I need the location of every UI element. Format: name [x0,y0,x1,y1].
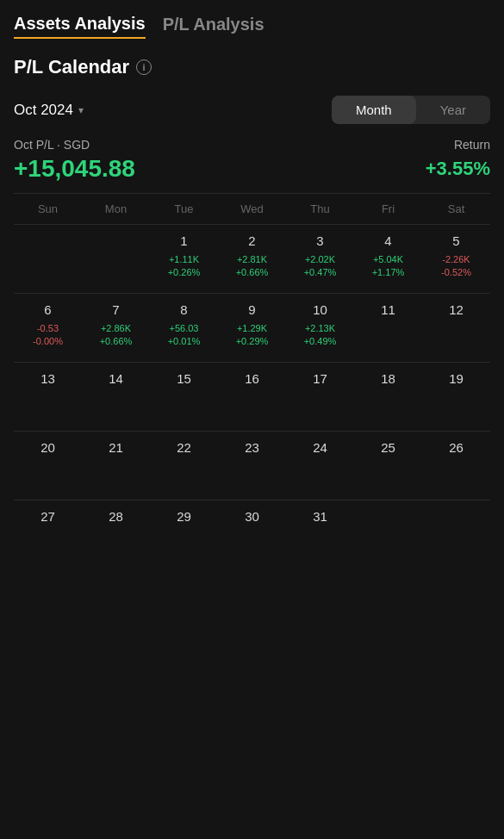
cal-cell-31: 31 [286,500,354,569]
cal-day-num: 15 [177,371,191,386]
cal-cell-30: 30 [218,500,286,569]
cal-day-num: 18 [381,371,395,386]
cal-cell-23: 23 [218,432,286,500]
info-icon[interactable]: i [136,59,152,75]
cal-day-num: 27 [40,509,55,524]
cal-cell-11: 11 [354,294,422,363]
cal-day-num: 23 [245,440,259,455]
cal-cell-28: 28 [82,500,150,569]
chevron-down-icon: ▾ [78,104,84,116]
day-header-thu: Thu [286,194,354,224]
cal-pl-value: +5.04K+1.17% [372,253,405,280]
cal-day-num: 12 [449,302,464,317]
cal-cell-3: 3+2.02K+0.47% [286,225,354,294]
pl-values-row: +15,045.88 +3.55% [14,155,490,183]
cal-pl-value: +1.29K+0.29% [236,322,269,349]
cal-day-num: 19 [449,371,464,386]
date-selector[interactable]: Oct 2024 ▾ [14,102,84,119]
cal-day-num: 30 [245,509,259,524]
view-toggle-group: Month Year [332,96,490,124]
cal-pl-value: +2.81K+0.66% [236,253,269,280]
cal-cell-15: 15 [150,363,218,432]
date-label: Oct 2024 [14,102,73,119]
tab-pl-analysis[interactable]: P/L Analysis [163,15,264,38]
cal-day-num: 17 [313,371,327,386]
cal-day-num: 13 [40,371,55,386]
cal-day-num: 4 [384,233,391,248]
page-title: P/L Calendar [14,56,129,78]
cal-cell-4: 4+5.04K+1.17% [354,225,422,294]
cal-cell-16: 16 [218,363,286,432]
cal-day-num: 7 [112,302,119,317]
day-header-sat: Sat [422,194,490,224]
cal-cell-20: 20 [14,432,82,500]
day-header-mon: Mon [82,194,150,224]
cal-cell-empty [422,500,490,569]
cal-day-num: 2 [248,233,255,248]
cal-day-num: 22 [177,440,191,455]
cal-pl-value: -0.53-0.00% [33,322,63,349]
day-header-sun: Sun [14,194,82,224]
calendar: SunMonTueWedThuFriSat 1+1.11K+0.26%2+2.8… [14,193,490,569]
tab-assets-analysis[interactable]: Assets Analysis [14,14,146,39]
cal-pl-value: +2.86K+0.66% [100,322,133,349]
day-header-wed: Wed [218,194,286,224]
cal-day-num: 11 [381,302,395,317]
cal-cell-1: 1+1.11K+0.26% [150,225,218,294]
pl-return-value: +3.55% [426,158,490,180]
cal-cell-empty [354,500,422,569]
day-header-tue: Tue [150,194,218,224]
cal-cell-19: 19 [422,363,490,432]
cal-cell-2: 2+2.81K+0.66% [218,225,286,294]
cal-day-num: 21 [109,440,123,455]
cal-day-num: 20 [40,440,55,455]
cal-pl-value: +2.13K+0.49% [304,322,337,349]
cal-cell-5: 5-2.26K-0.52% [422,225,490,294]
cal-pl-value: -2.26K-0.52% [441,253,471,280]
toggle-year-button[interactable]: Year [416,96,490,124]
cal-day-num: 5 [452,233,459,248]
cal-day-num: 16 [245,371,259,386]
cal-day-num: 14 [109,371,123,386]
cal-cell-9: 9+1.29K+0.29% [218,294,286,363]
cal-day-num: 8 [180,302,187,317]
toggle-month-button[interactable]: Month [332,96,416,124]
cal-cell-21: 21 [82,432,150,500]
cal-cell-18: 18 [354,363,422,432]
cal-pl-value: +56.03+0.01% [168,322,201,349]
cal-pl-value: +1.11K+0.26% [168,253,201,280]
header-nav: Assets Analysis P/L Analysis [0,0,504,46]
controls-row: Oct 2024 ▾ Month Year [14,96,490,124]
cal-cell-14: 14 [82,363,150,432]
cal-day-num: 25 [381,440,395,455]
pl-summary: Oct P/L · SGD Return +15,045.88 +3.55% [14,138,490,183]
cal-cell-22: 22 [150,432,218,500]
cal-cell-8: 8+56.03+0.01% [150,294,218,363]
cal-day-num: 29 [177,509,191,524]
cal-cell-empty [82,225,150,294]
cal-day-num: 1 [180,233,187,248]
title-row: P/L Calendar i [14,56,490,78]
cal-cell-6: 6-0.53-0.00% [14,294,82,363]
cal-cell-27: 27 [14,500,82,569]
cal-cell-26: 26 [422,432,490,500]
cal-day-num: 26 [449,440,464,455]
cal-cell-10: 10+2.13K+0.49% [286,294,354,363]
cal-day-num: 6 [44,302,51,317]
day-header-fri: Fri [354,194,422,224]
pl-return-label: Return [454,138,490,152]
cal-cell-7: 7+2.86K+0.66% [82,294,150,363]
cal-pl-value: +2.02K+0.47% [304,253,337,280]
cal-cell-empty [14,225,82,294]
cal-cell-25: 25 [354,432,422,500]
pl-period-label: Oct P/L · SGD [14,138,90,152]
cal-day-num: 3 [316,233,323,248]
cal-cell-17: 17 [286,363,354,432]
page-section: P/L Calendar i Oct 2024 ▾ Month Year Oct… [0,46,504,569]
pl-header: Oct P/L · SGD Return [14,138,490,152]
pl-value: +15,045.88 [14,155,135,183]
cal-day-num: 28 [109,509,123,524]
day-headers: SunMonTueWedThuFriSat [14,194,490,225]
cal-day-num: 9 [248,302,255,317]
cal-cell-13: 13 [14,363,82,432]
